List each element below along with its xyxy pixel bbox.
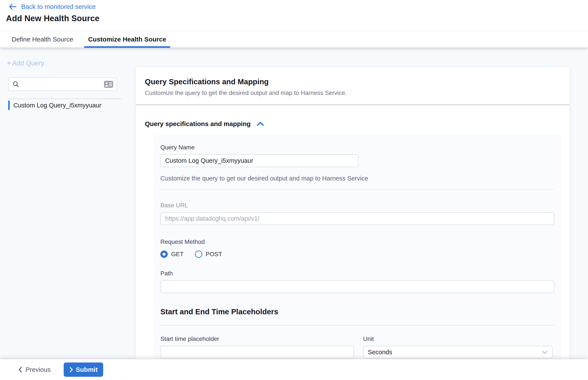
previous-button[interactable]: Previous	[18, 363, 55, 376]
chevron-left-icon	[18, 367, 22, 373]
panel-subtitle: Customize the query to get the desired o…	[145, 90, 560, 96]
placeholders-heading: Start and End Time Placeholders	[160, 307, 554, 316]
panel-header: Query Specifications and Mapping Customi…	[136, 67, 570, 96]
radio-post-circle	[195, 250, 202, 258]
previous-button-label: Previous	[25, 366, 51, 373]
page-title: Add New Health Source	[6, 14, 100, 23]
path-input[interactable]	[160, 280, 554, 293]
collapse-section-button[interactable]	[257, 121, 264, 126]
unit-label: Unit	[363, 336, 553, 342]
panel-title: Query Specifications and Mapping	[145, 77, 560, 86]
query-name-label: Query Name	[160, 144, 554, 151]
active-tab-underline	[84, 46, 170, 48]
back-link-label: Back to monitored service	[21, 3, 96, 10]
form-divider	[160, 189, 554, 190]
contact-card-icon[interactable]	[104, 81, 113, 88]
submit-button-label: Submit	[76, 366, 98, 373]
section-heading: Query specifications and mapping	[145, 120, 251, 128]
footer-bar: Previous Submit	[0, 359, 588, 380]
unit-select-value: Seconds	[368, 349, 392, 356]
query-form-card: Query Name Customize the query to get ou…	[154, 135, 561, 359]
radio-get-circle	[160, 250, 168, 258]
content-area: + Add Query Custom Log Query_i5xmyyuaur	[0, 48, 588, 359]
chevron-down-icon	[542, 350, 548, 354]
path-label: Path	[160, 270, 554, 277]
radio-post-label: POST	[206, 251, 222, 258]
query-list-item[interactable]: Custom Log Query_i5xmyyuaur	[8, 100, 102, 110]
tab-define-health-source[interactable]: Define Health Source	[11, 31, 74, 47]
panel-divider	[136, 105, 570, 105]
query-list-divider	[8, 98, 122, 99]
placeholders-divider	[160, 325, 554, 325]
page-header: Back to monitored service Add New Health…	[0, 0, 588, 31]
base-url-input[interactable]	[160, 212, 554, 225]
arrow-left-icon	[9, 3, 17, 10]
add-query-label: Add Query	[12, 59, 44, 67]
query-search-box	[8, 77, 117, 91]
search-input[interactable]	[22, 81, 104, 88]
submit-button[interactable]: Submit	[64, 362, 104, 377]
back-link[interactable]: Back to monitored service	[9, 3, 96, 10]
search-icon	[13, 81, 19, 88]
chevron-right-icon	[69, 367, 73, 372]
query-name-input[interactable]	[160, 154, 359, 167]
radio-get[interactable]: GET	[160, 250, 184, 258]
query-item-label: Custom Log Query_i5xmyyuaur	[13, 102, 102, 109]
request-method-label: Request Method	[160, 238, 554, 245]
base-url-label: Base URL	[160, 202, 554, 209]
unit-select[interactable]: Seconds	[363, 346, 553, 359]
tab-label: Customize Health Source	[88, 36, 166, 43]
query-name-helper: Customize the query to get our desired o…	[160, 175, 554, 182]
radio-post[interactable]: POST	[195, 250, 222, 258]
section-header-row: Query specifications and mapping	[145, 120, 570, 128]
chevron-up-icon	[257, 121, 264, 126]
start-time-label: Start time placeholder	[160, 336, 354, 342]
radio-get-label: GET	[171, 251, 184, 258]
tab-bar: Define Health Source Customize Health So…	[0, 31, 588, 48]
tab-customize-health-source[interactable]: Customize Health Source	[84, 31, 170, 47]
plus-icon: +	[7, 59, 11, 67]
query-spec-panel: Query Specifications and Mapping Customi…	[136, 67, 570, 359]
add-query-button[interactable]: + Add Query	[7, 59, 44, 67]
request-method-radio-group: GET POST	[160, 250, 554, 258]
start-time-input[interactable]	[160, 346, 354, 359]
selected-indicator	[8, 100, 10, 110]
